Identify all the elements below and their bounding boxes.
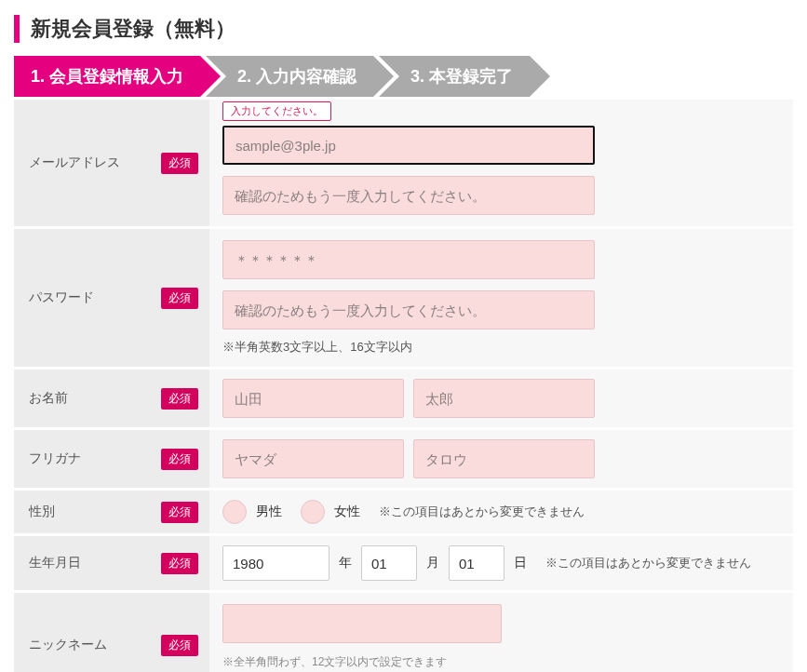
- gender-label: 性別 必須: [14, 490, 209, 533]
- name-label: お名前 必須: [14, 369, 209, 427]
- nickname-hint-1: ※全半角問わず、12文字以内で設定できます: [222, 654, 780, 670]
- label-text: 生年月日: [29, 555, 81, 571]
- required-badge: 必須: [161, 635, 198, 656]
- password-label: パスワード 必須: [14, 228, 209, 367]
- label-text: メールアドレス: [29, 155, 120, 171]
- password-input[interactable]: [222, 240, 595, 279]
- birth-month-input[interactable]: [361, 545, 417, 581]
- label-text: フリガナ: [29, 450, 81, 467]
- password-note: ※半角英数3文字以上、16文字以内: [222, 339, 412, 356]
- step-2: 2. 入力内容確認: [206, 56, 373, 97]
- label-text: パスワード: [29, 289, 94, 306]
- label-text: 性別: [29, 504, 55, 520]
- firstkana-input[interactable]: [413, 439, 595, 478]
- gender-female-label: 女性: [334, 504, 360, 520]
- required-badge: 必須: [161, 388, 198, 410]
- birth-year-input[interactable]: [222, 545, 330, 581]
- nickname-input[interactable]: [222, 604, 502, 643]
- birth-note: ※この項目はあとから変更できません: [545, 555, 751, 571]
- lastname-input[interactable]: [222, 379, 404, 418]
- email-label: メールアドレス 必須: [14, 99, 209, 226]
- gender-female-radio[interactable]: [301, 500, 325, 524]
- birth-label: 生年月日 必須: [14, 535, 209, 590]
- page-title: 新規会員登録（無料）: [14, 15, 793, 43]
- required-badge: 必須: [161, 553, 198, 574]
- step-3: 3. 本登録完了: [379, 56, 530, 97]
- required-badge: 必須: [161, 449, 198, 470]
- required-badge: 必須: [161, 153, 198, 174]
- step-1: 1. 会員登録情報入力: [14, 56, 200, 97]
- nickname-label: ニックネーム 必須: [14, 592, 209, 672]
- required-badge: 必須: [161, 502, 198, 523]
- progress-steps: 1. 会員登録情報入力 2. 入力内容確認 3. 本登録完了: [14, 56, 793, 97]
- lastkana-input[interactable]: [222, 439, 404, 478]
- gender-male-label: 男性: [256, 504, 282, 520]
- label-text: お名前: [29, 390, 68, 407]
- label-text: ニックネーム: [29, 637, 107, 653]
- month-unit: 月: [426, 555, 439, 571]
- day-unit: 日: [514, 555, 527, 571]
- required-badge: 必須: [161, 288, 198, 309]
- gender-note: ※この項目はあとから変更できません: [379, 504, 585, 520]
- year-unit: 年: [339, 555, 352, 571]
- error-tip-email: 入力してください。: [222, 101, 331, 121]
- password-confirm-input[interactable]: [222, 290, 595, 329]
- email-confirm-input[interactable]: [222, 176, 595, 215]
- kana-label: フリガナ 必須: [14, 429, 209, 488]
- gender-male-radio[interactable]: [222, 500, 247, 524]
- email-input[interactable]: [222, 126, 595, 165]
- firstname-input[interactable]: [413, 379, 595, 418]
- birth-day-input[interactable]: [449, 545, 504, 581]
